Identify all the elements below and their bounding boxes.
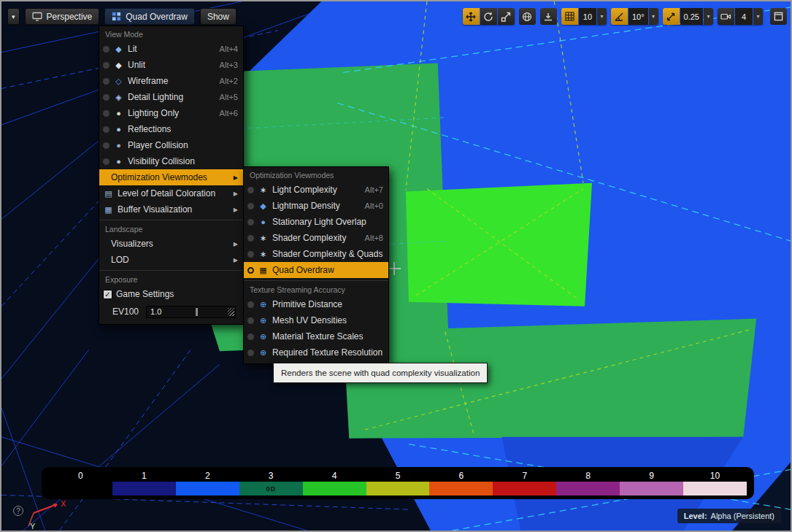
rotation-snap-value[interactable]: 10° [628,8,648,25]
menu-item-lightmap-density[interactable]: ◆Lightmap DensityAlt+0 [244,198,388,214]
lod-coloration-icon: ▤ [103,189,114,198]
perspective-label: Perspective [47,12,93,22]
scale-segment-7: 7 [493,471,556,496]
rotation-snap-toggle[interactable] [611,8,628,25]
menu-item-stationary-light-overlap[interactable]: ●Stationary Light Overlap [244,214,388,230]
rotation-snap-caret-icon[interactable]: ▾ [649,8,658,25]
menu-item-label: Shader Complexity & Quads [272,249,383,259]
stationary-light-overlap-icon: ● [258,217,269,226]
dropdown-caret-icon: ▾ [12,13,15,20]
menu-item-label: LOD [111,255,228,265]
menu-item-material-texture-scales[interactable]: ⊕Material Texture Scales [244,328,388,344]
perspective-button[interactable]: Perspective [25,8,100,25]
grid-snap-icon [565,12,574,21]
texture-streaming-header: Texture Streaming Accuracy [244,282,388,296]
radio-icon [247,187,254,193]
menu-item-game-settings[interactable]: ✓ Game Settings [99,286,243,302]
level-label: Level: [684,512,707,520]
camera-speed-caret-icon[interactable]: ▾ [753,8,763,25]
coordinate-system-button[interactable] [519,8,536,25]
submenu-arrow-icon: ▶ [234,207,238,213]
camera-speed-group: 4 ▾ [718,8,763,25]
move-tool-button[interactable] [463,8,480,25]
grid-snap-toggle[interactable] [561,8,578,25]
menu-item-shortcut: Alt+2 [220,77,238,85]
menu-item-lit[interactable]: ◆LitAlt+4 [99,41,243,57]
scale-segments: 01230D45678910 [49,471,747,496]
ev100-slider-thumb[interactable] [196,308,198,316]
camera-speed-value[interactable]: 4 [735,8,753,25]
menu-item-lod[interactable]: LOD▶ [99,252,243,268]
scale-segment-10: 10 [683,471,747,496]
scale-segment-5: 5 [366,471,430,496]
menu-item-shortcut: Alt+7 [365,185,383,194]
tooltip: Renders the scene with quad complexity v… [273,363,488,383]
maximize-viewport-button[interactable] [770,8,787,25]
ev100-grip-icon [228,308,234,316]
buffer-visualization-icon: ▦ [103,205,114,215]
detail-lighting-icon: ◈ [113,93,124,102]
radio-icon [103,62,109,69]
menu-item-unlit[interactable]: ◆UnlitAlt+3 [99,57,243,73]
camera-speed-button[interactable] [718,8,734,25]
menu-item-light-complexity[interactable]: ∗Light ComplexityAlt+7 [244,182,388,198]
landscape-items: Visualizers▶LOD▶ [99,236,243,268]
scale-snap-caret-icon[interactable]: ▾ [704,8,713,25]
menu-item-mesh-uv-densities[interactable]: ⊕Mesh UV Densities [244,312,388,328]
menu-item-visibility-collision[interactable]: ●Visibility Collision [99,153,243,169]
menu-item-buffer-visualization[interactable]: ▦Buffer Visualization▶ [99,201,243,217]
mesh-uv-densities-icon: ⊕ [258,316,269,325]
ev100-label: EV100 [112,307,139,317]
grid-snap-value[interactable]: 10 [579,8,596,25]
surface-snap-button[interactable] [540,8,557,25]
show-button[interactable]: Show [200,8,237,25]
scale-label: 0 [49,471,112,482]
quad-overdraw-viewmode-icon [112,12,121,21]
grid-snap-caret-icon[interactable]: ▾ [597,8,607,25]
radio-icon [247,334,254,340]
ev100-row: EV100 1.0 [99,302,243,321]
menu-item-lighting-only[interactable]: ●Lighting OnlyAlt+6 [99,105,243,121]
menu-item-label: Lit [128,44,216,54]
radio-icon [247,350,254,356]
menu-item-wireframe[interactable]: ◇WireframeAlt+2 [99,73,243,89]
menu-item-shortcut: Alt+0 [365,201,383,210]
menu-item-player-collision[interactable]: ●Player Collision [99,137,243,153]
radio-icon [247,203,254,209]
scale-tool-button[interactable] [498,8,515,25]
menu-item-detail-lighting[interactable]: ◈Detail LightingAlt+5 [99,89,243,105]
shader-complexity-quads-icon: ∗ [258,250,269,259]
menu-item-shader-complexity[interactable]: ∗Shader ComplexityAlt+8 [244,230,388,246]
checkmark-icon: ✓ [104,290,110,298]
y-axis-label: Y [30,522,36,531]
rotate-tool-button[interactable] [480,8,497,25]
menu-item-level-of-detail-coloration[interactable]: ▤Level of Detail Coloration▶ [99,185,243,201]
game-settings-checkbox[interactable]: ✓ [103,290,112,299]
viewport-toolbar-left: ▾ Perspective Quad Overdraw Show [7,8,237,25]
menu-item-visualizers[interactable]: Visualizers▶ [99,236,243,252]
x-axis-label: X [61,499,66,508]
menu-item-quad-overdraw[interactable]: ▦Quad Overdraw [244,262,388,278]
scale-snap-toggle[interactable] [663,8,680,25]
menu-item-shader-complexity-quads[interactable]: ∗Shader Complexity & Quads [244,246,388,262]
menu-item-primitive-distance[interactable]: ⊕Primitive Distance [244,296,388,312]
exposure-header: Exposure [99,271,243,286]
viewmode-button[interactable]: Quad Overdraw [104,8,195,25]
menu-item-shortcut: Alt+6 [220,109,238,117]
submenu-arrow-icon: ▶ [234,190,238,197]
radio-icon [247,235,254,242]
menu-item-optimization-viewmodes[interactable]: Optimization Viewmodes▶ [99,169,243,185]
menu-item-reflections[interactable]: ●Reflections [99,121,243,137]
scale-label: 2 [176,471,239,482]
scale-label: 10 [683,471,747,482]
scale-snap-value[interactable]: 0.25 [680,8,703,25]
menu-item-label: Lighting Only [128,108,216,118]
viewport-options-button[interactable]: ▾ [7,8,20,25]
required-texture-resolution-icon: ⊕ [258,348,269,358]
radio-icon [103,142,109,149]
player-collision-icon: ● [113,141,124,150]
menu-item-required-texture-resolution[interactable]: ⊕Required Texture Resolution [244,344,388,361]
scale-label: 8 [556,471,620,482]
scale-label: 4 [303,471,366,482]
ev100-slider[interactable]: 1.0 [146,306,236,318]
